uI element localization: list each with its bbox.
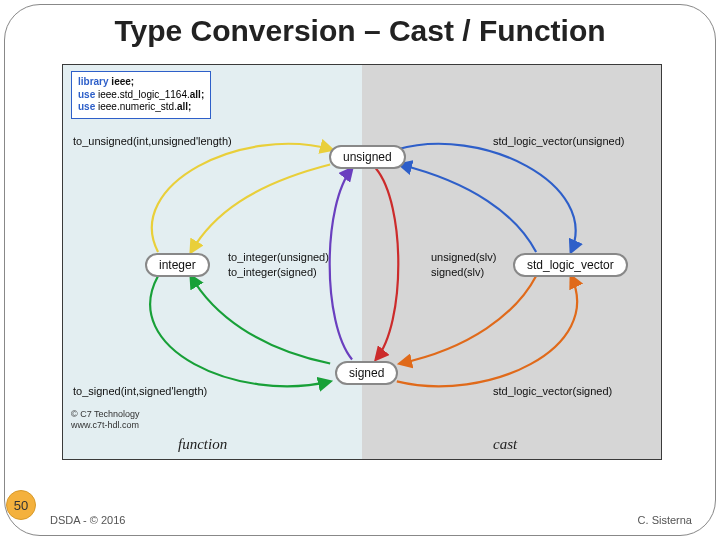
label-to-unsigned: to_unsigned(int,unsigned'length) [73,135,232,147]
label-to-signed: to_signed(int,signed'length) [73,385,207,397]
arc-slv-signed [397,276,577,386]
arc-slv-unsigned [397,144,576,252]
arc-signed-to-integer [191,276,330,364]
label-slv-unsigned: std_logic_vector(unsigned) [493,135,624,147]
page-number: 50 [14,498,28,513]
node-std-logic-vector: std_logic_vector [513,253,628,277]
label-slv-signed: std_logic_vector(signed) [493,385,612,397]
conversion-diagram: library ieee; use ieee.std_logic_1164.al… [62,64,662,460]
label-to-integer-group: to_integer(unsigned) to_integer(signed) [228,250,329,280]
arc-unsigned-to-signed [376,168,398,359]
label-to-integer-signed: to_integer(signed) [228,265,329,280]
arc-unsigned-slv [400,164,536,252]
arc-unsigned-to-integer [191,164,330,252]
footer-left: DSDA - © 2016 [50,514,125,526]
label-to-integer-unsigned: to_integer(unsigned) [228,250,329,265]
arc-to-signed [150,276,330,386]
footer-right: C. Sisterna [638,514,692,526]
label-unsigned-slv: unsigned(slv) [431,250,496,265]
label-signed-slv: signed(slv) [431,265,496,280]
half-label-function: function [178,436,227,453]
copyright-line1: © C7 Technology [71,409,140,420]
node-unsigned: unsigned [329,145,406,169]
node-integer: integer [145,253,210,277]
copyright-line2: www.c7t-hdl.com [71,420,140,431]
node-signed: signed [335,361,398,385]
arc-signed-to-unsigned [330,168,352,359]
half-label-cast: cast [493,436,517,453]
arc-signed-slv [400,276,536,364]
arc-to-unsigned [152,144,332,252]
label-slv-cast-group: unsigned(slv) signed(slv) [431,250,496,280]
page-number-badge: 50 [6,490,36,520]
diagram-copyright: © C7 Technology www.c7t-hdl.com [71,409,140,431]
page-title: Type Conversion – Cast / Function [0,14,720,48]
